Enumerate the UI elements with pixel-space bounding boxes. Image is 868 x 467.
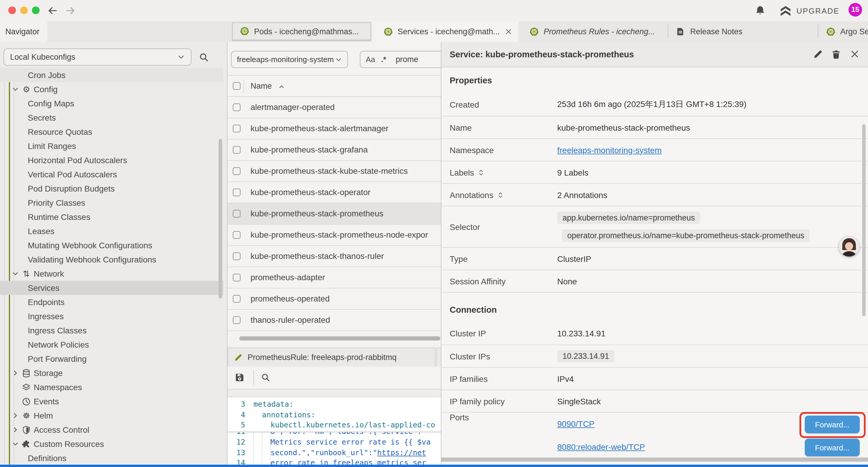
chevron-down-icon[interactable] bbox=[12, 270, 19, 277]
maximize-window-button[interactable] bbox=[32, 6, 39, 14]
minimize-window-button[interactable] bbox=[20, 6, 28, 14]
sidebar-item-pod-disruption-budgets[interactable]: Pod Disruption Budgets bbox=[0, 181, 227, 196]
sidebar-item-limit-ranges[interactable]: Limit Ranges bbox=[0, 139, 227, 153]
sidebar-item-mutating-webhook-configurations[interactable]: Mutating Webhook Configurations bbox=[0, 238, 227, 253]
name-column-header[interactable]: Name bbox=[251, 82, 272, 90]
table-row-kube-prometheus-stack-alertmanager[interactable]: kube-prometheus-stack-alertmanager bbox=[227, 118, 441, 140]
namespace-select[interactable]: freeleaps-monitoring-system bbox=[231, 51, 348, 68]
user-avatar[interactable] bbox=[839, 236, 859, 257]
sidebar-search-icon[interactable] bbox=[199, 53, 209, 62]
chevron-down-icon[interactable] bbox=[12, 86, 19, 93]
sidebar-item-priority-classes[interactable]: Priority Classes bbox=[0, 196, 227, 210]
save-icon[interactable] bbox=[235, 372, 245, 382]
namespace-link[interactable]: freeleaps-monitoring-system bbox=[557, 145, 661, 154]
back-button[interactable] bbox=[47, 5, 58, 16]
table-row-kube-prometheus-stack-operator[interactable]: kube-prometheus-stack-operator bbox=[227, 182, 441, 203]
detail-horizontal-scrollbar[interactable] bbox=[441, 458, 868, 462]
sidebar-item-runtime-classes[interactable]: Runtime Classes bbox=[0, 210, 227, 224]
close-icon[interactable] bbox=[850, 49, 860, 59]
sidebar-item-ingresses[interactable]: Ingresses bbox=[0, 309, 227, 323]
sidebar-scrollbar[interactable] bbox=[219, 139, 222, 298]
close-icon[interactable] bbox=[505, 28, 512, 35]
row-checkbox[interactable] bbox=[233, 210, 241, 217]
row-checkbox[interactable] bbox=[233, 274, 241, 282]
edit-pencil-icon[interactable] bbox=[813, 50, 823, 59]
tab-navigator[interactable]: Navigator bbox=[0, 21, 47, 42]
row-checkbox[interactable] bbox=[233, 188, 241, 196]
expand-sorter-icon[interactable] bbox=[478, 169, 485, 176]
select-all-checkbox[interactable] bbox=[233, 82, 241, 90]
sidebar-item-config[interactable]: ⚙Config bbox=[0, 82, 227, 96]
list-horizontal-scrollbar[interactable] bbox=[239, 337, 440, 341]
table-row-kube-prometheus-stack-prometheus[interactable]: kube-prometheus-stack-prometheus bbox=[227, 203, 441, 225]
sidebar-item-vertical-pod-autoscalers[interactable]: Vertical Pod Autoscalers bbox=[0, 167, 227, 181]
row-checkbox[interactable] bbox=[233, 231, 241, 239]
sidebar-item-secrets[interactable]: Secrets bbox=[0, 111, 227, 125]
sidebar-item-leases[interactable]: Leases bbox=[0, 224, 227, 238]
sidebar-item-namespaces[interactable]: Namespaces bbox=[0, 380, 227, 394]
row-checkbox[interactable] bbox=[233, 104, 241, 111]
table-row-thanos-ruler-operated[interactable]: thanos-ruler-operated bbox=[227, 310, 441, 331]
sidebar-item-config-maps[interactable]: Config Maps bbox=[0, 96, 227, 111]
table-row-kube-prometheus-stack-kube-state-metrics[interactable]: kube-prometheus-stack-kube-state-metrics bbox=[227, 161, 441, 182]
table-row-kube-prometheus-stack-grafana[interactable]: kube-prometheus-stack-grafana bbox=[227, 140, 441, 161]
port-link-8080-reloader-web-tcp[interactable]: 8080:reloader-web/TCP bbox=[557, 442, 645, 451]
sidebar-item-resource-quotas[interactable]: Resource Quotas bbox=[0, 125, 227, 139]
sidebar-item-definitions[interactable]: Definitions bbox=[0, 451, 227, 465]
chevron-down-icon[interactable] bbox=[12, 440, 19, 447]
tab-prometheus-rules-icecheng[interactable]: Prometheus Rules - icecheng... bbox=[522, 21, 668, 42]
sidebar-item-helm[interactable]: ☸Helm bbox=[0, 408, 227, 423]
tab-pods-icecheng-mathmas[interactable]: Pods - icecheng@mathmas... bbox=[232, 23, 371, 40]
notification-badge[interactable]: 15 bbox=[848, 3, 862, 16]
yaml-editor[interactable]: 11o", for: "nm", labels :{ service :12Me… bbox=[227, 397, 441, 465]
sidebar-item-port-forwarding[interactable]: Port Forwarding bbox=[0, 352, 227, 366]
table-row-alertmanager-operated[interactable]: alertmanager-operated bbox=[227, 97, 441, 118]
table-row-prometheus-adapter[interactable]: prometheus-adapter bbox=[227, 267, 441, 289]
tab-release-notes[interactable]: Release Notes bbox=[669, 21, 818, 42]
row-checkbox[interactable] bbox=[233, 146, 241, 154]
row-checkbox[interactable] bbox=[233, 295, 241, 303]
upgrade-button[interactable]: UPGRADE bbox=[780, 4, 839, 17]
sort-ascending-icon[interactable] bbox=[278, 83, 285, 90]
sidebar-item-endpoints[interactable]: Endpoints bbox=[0, 295, 227, 309]
row-checkbox[interactable] bbox=[233, 253, 241, 260]
sidebar-item-custom-resources[interactable]: Custom Resources bbox=[0, 437, 227, 451]
sidebar-item-storage[interactable]: Storage bbox=[0, 366, 227, 380]
row-checkbox[interactable] bbox=[233, 316, 241, 324]
sidebar-item-events[interactable]: Events bbox=[0, 394, 227, 408]
sidebar-item-horizontal-pod-autoscalers[interactable]: Horizontal Pod Autoscalers bbox=[0, 153, 227, 167]
chevron-right-icon[interactable] bbox=[12, 370, 19, 377]
filter-input[interactable]: Aa .* prome bbox=[360, 51, 441, 68]
forward-button[interactable]: Forward... bbox=[805, 439, 860, 456]
table-row-kube-prometheus-stack-thanos-ruler[interactable]: kube-prometheus-stack-thanos-ruler bbox=[227, 246, 441, 267]
forward-button[interactable] bbox=[65, 5, 75, 16]
sidebar-item-validating-webhook-configurations[interactable]: Validating Webhook Configurations bbox=[0, 253, 227, 267]
sidebar-item-network[interactable]: ⇅Network bbox=[0, 267, 227, 281]
row-checkbox[interactable] bbox=[233, 125, 241, 133]
tab-argo-se[interactable]: Argo Se bbox=[819, 21, 868, 42]
port-link-9090-tcp[interactable]: 9090/TCP bbox=[557, 419, 594, 429]
editor-tab-partial[interactable] bbox=[436, 348, 441, 367]
expand-sorter-icon[interactable] bbox=[497, 191, 504, 198]
sidebar-item-ingress-classes[interactable]: Ingress Classes bbox=[0, 323, 227, 338]
chevron-right-icon[interactable] bbox=[12, 412, 19, 419]
match-case-toggle[interactable]: Aa bbox=[366, 55, 375, 64]
chevron-right-icon[interactable] bbox=[12, 426, 19, 433]
sidebar-item-access-control[interactable]: Access Control bbox=[0, 423, 227, 437]
table-row-kube-prometheus-stack-prometheus-node-expor[interactable]: kube-prometheus-stack-prometheus-node-ex… bbox=[227, 225, 441, 246]
sidebar-item-network-policies[interactable]: Network Policies bbox=[0, 338, 227, 352]
sidebar-item-services[interactable]: Services bbox=[0, 281, 223, 295]
regex-toggle[interactable]: .* bbox=[381, 55, 386, 64]
row-checkbox[interactable] bbox=[233, 167, 241, 175]
notifications-bell-icon[interactable] bbox=[755, 5, 765, 16]
close-window-button[interactable] bbox=[8, 6, 16, 14]
delete-trash-icon[interactable] bbox=[831, 50, 841, 59]
kubeconfig-select[interactable]: Local Kubeconfigs bbox=[4, 49, 191, 66]
sidebar-item-cron-jobs[interactable]: Cron Jobs bbox=[0, 68, 223, 82]
table-row-prometheus-operated[interactable]: prometheus-operated bbox=[227, 289, 441, 310]
editor-tab-prometheusrule[interactable]: PrometheusRule: freeleaps-prod-rabbitmq bbox=[227, 348, 435, 367]
code-link[interactable]: https://net bbox=[377, 448, 426, 457]
editor-search-icon[interactable] bbox=[261, 373, 270, 382]
tab-services-icecheng-math[interactable]: Services - icecheng@math... bbox=[372, 21, 518, 42]
detail-vertical-scrollbar[interactable] bbox=[862, 124, 866, 316]
